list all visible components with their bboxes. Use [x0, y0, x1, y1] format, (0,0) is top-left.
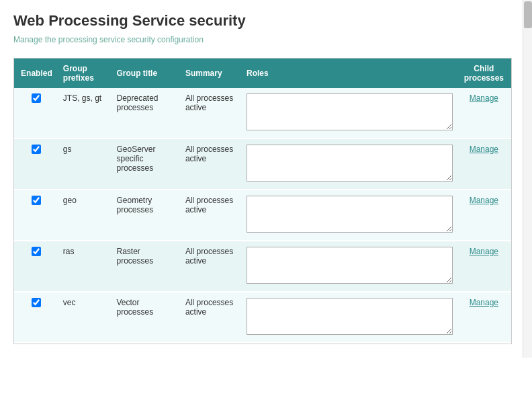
child-processes-cell: Manage — [457, 190, 511, 241]
scrollbar[interactable] — [523, 0, 532, 358]
enabled-checkbox[interactable] — [32, 196, 41, 205]
roles-cell — [242, 292, 457, 343]
enabled-checkbox[interactable] — [32, 145, 41, 154]
child-processes-cell: Manage — [457, 88, 511, 138]
summary-cell: All processes active — [181, 241, 242, 292]
col-header-roles: Roles — [242, 58, 457, 88]
enabled-cell — [14, 190, 59, 241]
title-cell: GeoServer specific processes — [112, 138, 181, 190]
roles-textarea[interactable] — [247, 145, 453, 182]
enabled-cell — [14, 88, 59, 138]
table-row: gsGeoServer specific processesAll proces… — [14, 138, 511, 190]
roles-cell — [242, 88, 457, 138]
title-cell: Deprecated processes — [112, 88, 181, 138]
summary-cell: All processes active — [181, 138, 242, 190]
table-row: geoGeometry processesAll processes activ… — [14, 190, 511, 241]
roles-cell — [242, 241, 457, 292]
enabled-cell — [14, 292, 59, 343]
security-table: Enabled Group prefixes Group title Summa… — [13, 58, 512, 344]
prefixes-cell: geo — [59, 190, 113, 241]
col-header-enabled: Enabled — [14, 58, 59, 88]
summary-cell: All processes active — [181, 292, 242, 343]
manage-link[interactable]: Manage — [470, 93, 498, 103]
col-header-title: Group title — [112, 58, 181, 88]
page-subtitle: Manage the processing service security c… — [13, 35, 512, 44]
title-cell: Geometry processes — [112, 190, 181, 241]
col-header-summary: Summary — [181, 58, 242, 88]
roles-cell — [242, 138, 457, 190]
prefixes-cell: vec — [59, 292, 113, 343]
table-row: rasRaster processesAll processes activeM… — [14, 241, 511, 292]
roles-textarea[interactable] — [247, 93, 453, 130]
summary-cell: All processes active — [181, 190, 242, 241]
table-row: JTS, gs, gtDeprecated processesAll proce… — [14, 88, 511, 138]
enabled-checkbox[interactable] — [32, 298, 41, 307]
enabled-cell — [14, 138, 59, 190]
col-header-child-processes: Child processes — [457, 58, 511, 88]
prefixes-cell: JTS, gs, gt — [59, 88, 113, 138]
child-processes-cell: Manage — [457, 138, 511, 190]
title-cell: Raster processes — [112, 241, 181, 292]
enabled-cell — [14, 241, 59, 292]
title-cell: Vector processes — [112, 292, 181, 343]
enabled-checkbox[interactable] — [32, 93, 41, 103]
roles-cell — [242, 190, 457, 241]
prefixes-cell: gs — [59, 138, 113, 190]
manage-link[interactable]: Manage — [470, 298, 498, 307]
roles-textarea[interactable] — [247, 298, 453, 335]
scrollbar-thumb — [524, 1, 532, 28]
summary-cell: All processes active — [181, 88, 242, 138]
roles-textarea[interactable] — [247, 196, 453, 233]
child-processes-cell: Manage — [457, 241, 511, 292]
prefixes-cell: ras — [59, 241, 113, 292]
manage-link[interactable]: Manage — [470, 145, 498, 154]
table-header-row: Enabled Group prefixes Group title Summa… — [14, 58, 511, 88]
page-title: Web Processing Service security — [13, 12, 512, 30]
manage-link[interactable]: Manage — [470, 196, 498, 205]
table-row: vecVector processesAll processes activeM… — [14, 292, 511, 343]
enabled-checkbox[interactable] — [32, 247, 41, 256]
roles-textarea[interactable] — [247, 247, 453, 284]
manage-link[interactable]: Manage — [470, 247, 498, 256]
child-processes-cell: Manage — [457, 292, 511, 343]
col-header-prefixes: Group prefixes — [59, 58, 113, 88]
